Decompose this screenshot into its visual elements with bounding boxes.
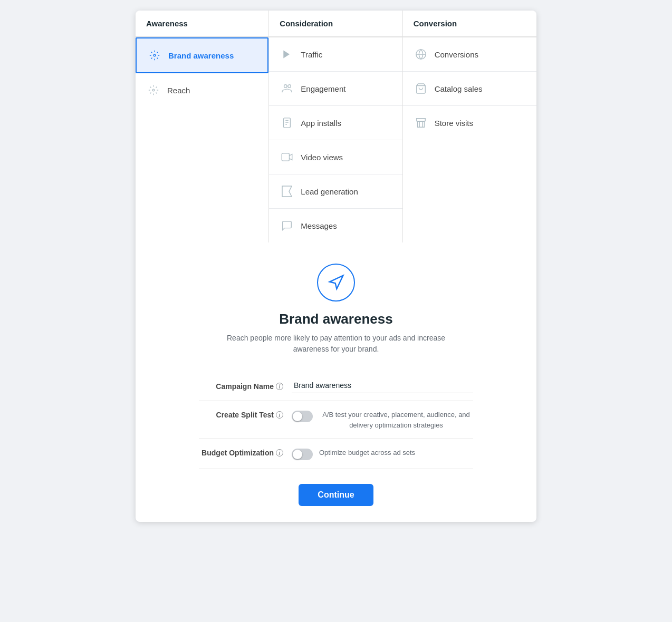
engagement-icon	[280, 81, 294, 96]
svg-line-7	[151, 58, 152, 59]
engagement-item[interactable]: Engagement	[269, 72, 402, 106]
conversions-label: Conversions	[435, 50, 478, 59]
objective-headers: Awareness Consideration Conversion	[136, 11, 536, 37]
budget-optimization-label: Budget Optimization i	[199, 448, 283, 457]
svg-line-16	[150, 93, 151, 94]
svg-point-18	[284, 85, 287, 88]
detail-section: Brand awareness Reach people more likely…	[136, 242, 536, 522]
budget-info-icon[interactable]: i	[276, 449, 283, 456]
engagement-label: Engagement	[301, 84, 345, 93]
svg-line-17	[156, 87, 157, 88]
traffic-label: Traffic	[301, 50, 322, 59]
traffic-icon	[280, 47, 294, 62]
conversions-icon	[414, 47, 428, 62]
split-test-description: A/B test your creative, placement, audie…	[319, 410, 473, 430]
split-test-label: Create Split Test i	[199, 410, 283, 419]
continue-button[interactable]: Continue	[299, 484, 373, 506]
messages-icon	[280, 218, 294, 233]
reach-icon	[146, 83, 161, 98]
messages-item[interactable]: Messages	[269, 209, 402, 242]
campaign-name-row: Campaign Name i	[199, 371, 473, 401]
campaign-name-info-icon[interactable]: i	[276, 383, 283, 390]
split-test-toggle[interactable]	[292, 411, 313, 422]
budget-optimization-row: Budget Optimization i Optimize budget ac…	[199, 439, 473, 469]
svg-rect-20	[284, 118, 291, 128]
consideration-column: Traffic Engagement	[269, 37, 402, 242]
store-visits-icon	[414, 115, 428, 130]
lead-generation-label: Lead generation	[301, 187, 358, 196]
brand-awareness-item[interactable]: Brand awareness	[136, 37, 268, 73]
split-test-row: Create Split Test i A/B test your creati…	[199, 401, 473, 439]
budget-optimization-toggle[interactable]	[292, 449, 313, 460]
svg-point-19	[288, 85, 291, 88]
video-views-icon	[280, 150, 294, 164]
brand-awareness-label: Brand awareness	[168, 51, 234, 60]
lead-generation-item[interactable]: Lead generation	[269, 174, 402, 209]
catalog-sales-item[interactable]: Catalog sales	[403, 72, 536, 106]
lead-generation-icon	[280, 184, 294, 199]
conversion-header: Conversion	[403, 11, 536, 37]
budget-toggle-content: Optimize budget across ad sets	[292, 448, 473, 460]
consideration-header: Consideration	[269, 11, 402, 37]
split-test-info-icon[interactable]: i	[276, 411, 283, 419]
campaign-name-label: Campaign Name i	[199, 378, 283, 391]
store-visits-label: Store visits	[435, 119, 473, 128]
campaign-name-input[interactable]	[292, 378, 473, 393]
awareness-header: Awareness	[136, 11, 269, 37]
budget-description: Optimize budget across ad sets	[319, 448, 415, 458]
app-installs-label: App installs	[301, 119, 341, 128]
reach-label: Reach	[167, 86, 190, 95]
brand-awareness-icon	[147, 48, 162, 63]
svg-rect-24	[282, 153, 290, 161]
video-views-label: Video views	[301, 153, 343, 162]
detail-title: Brand awareness	[279, 311, 392, 327]
svg-marker-25	[282, 186, 292, 197]
svg-point-9	[152, 89, 155, 91]
svg-point-0	[153, 54, 156, 56]
campaign-form: Campaign Name i Create Split Test i A/B …	[199, 371, 473, 469]
reach-item[interactable]: Reach	[136, 73, 268, 107]
conversions-item[interactable]: Conversions	[403, 37, 536, 72]
video-views-item[interactable]: Video views	[269, 140, 402, 174]
detail-description: Reach people more likely to pay attentio…	[220, 333, 452, 355]
detail-icon-circle	[317, 264, 355, 302]
awareness-column: Brand awareness Reach	[136, 37, 269, 242]
svg-line-6	[157, 58, 158, 59]
messages-label: Messages	[301, 221, 337, 230]
catalog-sales-label: Catalog sales	[435, 84, 483, 93]
campaign-objective-modal: Awareness Consideration Conversion	[136, 11, 536, 522]
catalog-sales-icon	[414, 81, 428, 96]
split-test-toggle-content: A/B test your creative, placement, audie…	[292, 410, 473, 430]
svg-line-5	[151, 52, 152, 53]
svg-line-8	[157, 52, 158, 53]
app-installs-item[interactable]: App installs	[269, 106, 402, 140]
conversion-column: Conversions Catalog sales	[403, 37, 536, 242]
svg-line-14	[150, 87, 151, 88]
store-visits-item[interactable]: Store visits	[403, 106, 536, 140]
objective-grid-body: Brand awareness Reach	[136, 37, 536, 242]
traffic-item[interactable]: Traffic	[269, 37, 402, 72]
app-installs-icon	[280, 115, 294, 130]
svg-line-15	[156, 93, 157, 94]
